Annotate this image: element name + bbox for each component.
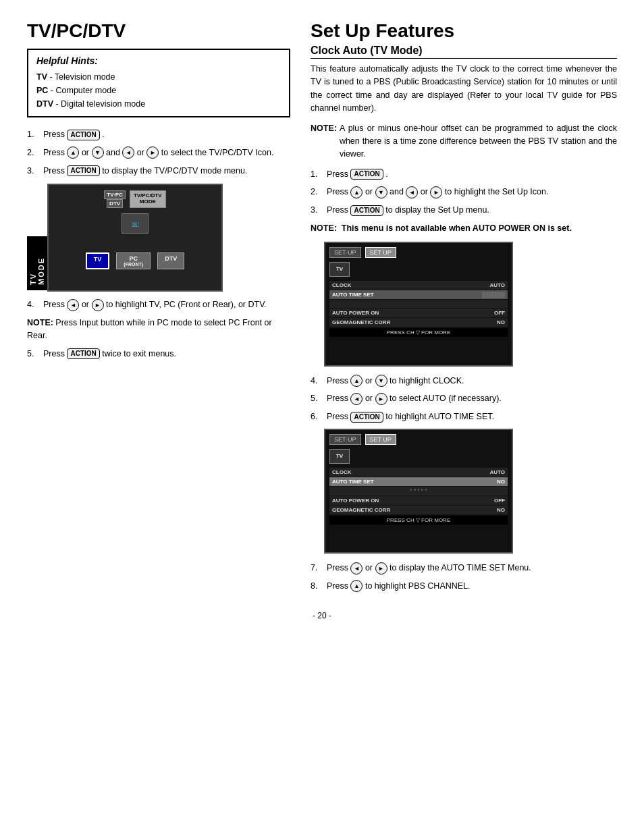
setup-top-1: SET·UP SET UP	[329, 247, 508, 258]
right-btn-r3: ►	[375, 562, 387, 574]
right-btn-r2: ►	[375, 393, 387, 405]
action-btn-r3: ACTION	[350, 412, 383, 423]
setup-row-clock2: CLOCKAUTO	[329, 468, 508, 477]
left-btn-r2: ◄	[350, 393, 363, 405]
right-steps-1: 1. Press ACTION . 2. Press ▲ or ▼ and ◄ …	[311, 168, 617, 217]
menu-dtv-btn: DTV	[157, 252, 184, 269]
left-steps-final: 5. Press ACTION twice to exit menus.	[27, 348, 290, 360]
right-btn-2: ►	[92, 299, 104, 311]
right-btn-r: ►	[430, 186, 442, 198]
helpful-hint-tv: TV - Television mode	[36, 70, 281, 84]
up-btn-r3: ▲	[350, 580, 363, 592]
right-title: Set Up Features	[311, 20, 617, 42]
note-label-1: NOTE:	[311, 122, 337, 161]
menu-tvpcdtv-box: TV/PC/DTV MODE	[130, 190, 166, 208]
menu-bottom-row: TV PC (FRONT) DTV	[86, 252, 184, 269]
note-body-1: A plus or minus one-hour offset can be p…	[340, 122, 617, 161]
body-text: This feature automatically adjusts the T…	[311, 63, 617, 115]
section-subtitle: Clock Auto (TV Mode)	[311, 45, 617, 59]
right-column: Set Up Features Clock Auto (TV Mode) Thi…	[311, 20, 617, 597]
setup-tv-1: TV	[329, 262, 350, 277]
tvpcdtv-menu-image: TV·PC DTV TV/PC/DTV MODE 📺 TV PC (FRONT	[47, 184, 223, 292]
setup-press-2: PRESS CH ▽ FOR MORE	[329, 516, 508, 525]
setup-row-blank1	[329, 300, 508, 308]
right-steps-3: 7. Press ◄ or ► to display the AUTO TIME…	[311, 562, 617, 593]
setup-rows-1: CLOCKAUTO AUTO TIME SET░░░░░░ AUTO POWER…	[329, 281, 508, 337]
setup-rows-2: CLOCKAUTO AUTO TIME SETNO ° ° ° ° ° AUTO…	[329, 468, 508, 525]
left-column: TV/PC/DTV Helpful Hints: TV - Television…	[27, 20, 290, 597]
left-title: TV/PC/DTV	[27, 20, 290, 42]
right-steps-2: 4. Press ▲ or ▼ to highlight CLOCK. 5. P…	[311, 375, 617, 423]
setup-row-autopow2: AUTO POWER ONOFF	[329, 496, 508, 505]
note-pc-mode: NOTE: Press Input button while in PC mod…	[27, 317, 290, 342]
page-number: - 20 -	[27, 611, 617, 620]
action-btn-r2: ACTION	[350, 205, 383, 216]
right-step-2: 2. Press ▲ or ▼ and ◄ or ► to highlight …	[311, 186, 617, 198]
right-btn: ►	[146, 146, 159, 159]
left-steps: 1. Press ACTION . 2. Press ▲ or ▼ and ◄ …	[27, 128, 290, 177]
setup-label-2a: SET·UP	[329, 434, 361, 445]
left-btn-2: ◄	[67, 299, 79, 311]
setup-row-geo2: GEOMAGNETIC CORRNO	[329, 506, 508, 514]
side-tab: TV MODE	[27, 236, 47, 290]
right-step-5: 5. Press ◄ or ► to select AUTO (if neces…	[311, 392, 617, 405]
right-step-7: 7. Press ◄ or ► to display the AUTO TIME…	[311, 562, 617, 574]
setup-row-autotime: AUTO TIME SET░░░░░░	[329, 290, 508, 299]
note-bold-1: NOTE: This menu is not available when AU…	[311, 222, 617, 235]
step-5: 5. Press ACTION twice to exit menus.	[27, 348, 290, 360]
setup-row-geo: GEOMAGNETIC CORRNO	[329, 318, 508, 327]
setup-row-autotime2: AUTO TIME SETNO	[329, 477, 508, 486]
helpful-hints-title: Helpful Hints:	[36, 55, 281, 66]
setup-menu-1: SET·UP SET UP TV CLOCKAUTO AUTO TIME SET…	[324, 242, 513, 367]
setup-press-1: PRESS CH ▽ FOR MORE	[329, 328, 508, 337]
step-1: 1. Press ACTION .	[27, 128, 290, 141]
helpful-hint-dtv: DTV - Digital television mode	[36, 97, 281, 111]
step-2: 2. Press ▲ or ▼ and ◄ or ► to select the…	[27, 146, 290, 159]
menu-tv-icon: 📺	[122, 213, 149, 234]
setup-label-1a: SET·UP	[329, 247, 361, 258]
right-step-4: 4. Press ▲ or ▼ to highlight CLOCK.	[311, 375, 617, 387]
up-btn: ▲	[67, 146, 79, 159]
setup-row-clock: CLOCKAUTO	[329, 281, 508, 290]
menu-pc-btn: PC (FRONT)	[116, 252, 151, 269]
setup-menu-2: SET·UP SET UP TV CLOCKAUTO AUTO TIME SET…	[324, 429, 513, 554]
left-steps-cont: 4. Press ◄ or ► to highlight TV, PC (Fro…	[27, 298, 290, 311]
right-step-6: 6. Press ACTION to highlight AUTO TIME S…	[311, 410, 617, 423]
helpful-hint-pc: PC - Computer mode	[36, 84, 281, 97]
up-btn-r2: ▲	[350, 375, 363, 387]
action-btn-r1: ACTION	[350, 169, 383, 180]
left-btn-r3: ◄	[350, 562, 363, 574]
setup-label-1b: SET UP	[365, 247, 396, 258]
menu-tv-btn: TV	[86, 252, 110, 269]
right-step-8: 8. Press ▲ to highlight PBS CHANNEL.	[311, 580, 617, 593]
action-btn-2: ACTION	[67, 165, 99, 176]
setup-row-dots: ° ° ° ° °	[329, 487, 508, 496]
helpful-hints-box: Helpful Hints: TV - Television mode PC -…	[27, 49, 290, 117]
setup-label-2b: SET UP	[365, 434, 396, 445]
note-block-1: NOTE: A plus or minus one-hour offset ca…	[311, 122, 617, 161]
step-3: 3. Press ACTION to display the TV/PC/DTV…	[27, 165, 290, 178]
action-btn-3: ACTION	[67, 348, 99, 359]
down-btn: ▼	[92, 146, 104, 159]
menu-top-row: TV·PC DTV TV/PC/DTV MODE	[104, 190, 165, 208]
step-4: 4. Press ◄ or ► to highlight TV, PC (Fro…	[27, 298, 290, 311]
down-btn-r2: ▼	[375, 375, 387, 387]
up-btn-r: ▲	[350, 186, 363, 198]
setup-top-2: SET·UP SET UP	[329, 434, 508, 445]
menu-tvpc-box: TV·PC DTV	[104, 190, 126, 208]
action-btn-1: ACTION	[67, 130, 99, 140]
left-btn-r: ◄	[406, 186, 418, 198]
left-btn: ◄	[122, 146, 134, 159]
right-step-1: 1. Press ACTION .	[311, 168, 617, 181]
right-step-3: 3. Press ACTION to display the Set Up me…	[311, 204, 617, 217]
setup-row-autopow: AUTO POWER ONOFF	[329, 309, 508, 317]
down-btn-r: ▼	[375, 186, 387, 198]
setup-tv-2: TV	[329, 449, 350, 464]
